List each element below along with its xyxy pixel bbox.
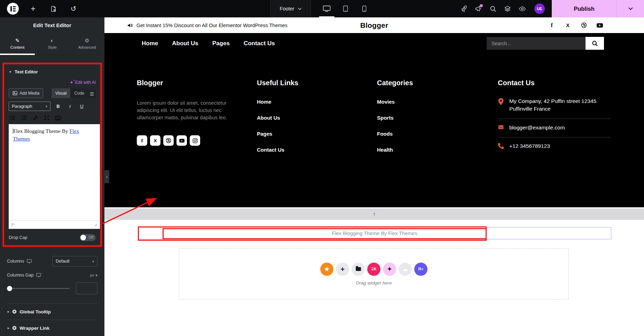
wrapper-link-section[interactable]: ▸ ✪ Wrapper Link xyxy=(7,320,97,336)
device-desktop-icon[interactable] xyxy=(317,0,336,17)
device-mobile-icon[interactable] xyxy=(355,0,374,17)
history-icon[interactable]: ↺ xyxy=(68,3,79,15)
nav-link-contact[interactable]: Contact Us xyxy=(244,40,275,47)
fullscreen-icon[interactable] xyxy=(43,114,50,121)
cloud-templates-button[interactable]: ☁ xyxy=(399,263,412,276)
contact-email[interactable]: blogger@example.com xyxy=(509,124,565,131)
structure-layers-icon[interactable] xyxy=(502,3,513,15)
resize-grip-icon[interactable]: ◢ xyxy=(94,223,97,226)
speaker-icon xyxy=(127,23,133,28)
announcement-message: Get Instant 15% Discount on All Our Elem… xyxy=(127,17,288,33)
tab-advanced[interactable]: ⚙ Advanced xyxy=(70,33,104,55)
editor-toolbar-toggle-icon[interactable] xyxy=(88,90,96,98)
nav-links: Home About Us Pages Contact Us xyxy=(142,33,275,54)
publish-options-chevron-icon[interactable] xyxy=(616,0,644,17)
footer-link-home[interactable]: Home xyxy=(257,99,298,105)
collapsed-caret-icon: ▸ xyxy=(8,310,9,313)
global-tooltip-label: Global Tooltip xyxy=(19,309,51,314)
footer-widgets: Blogger Lorem ipsum dolor sit amet, cons… xyxy=(104,54,644,207)
royal-elementor-button[interactable]: R≡ xyxy=(414,263,427,276)
footer-brand-title: Blogger xyxy=(137,79,238,87)
tab-visual[interactable]: Visual xyxy=(52,88,70,98)
responsive-monitor-icon[interactable] xyxy=(27,259,32,263)
tab-content-label: Content xyxy=(10,45,24,49)
site-logo[interactable]: Blogger xyxy=(360,17,388,33)
panel-collapse-handle[interactable]: ‹ xyxy=(104,170,109,183)
bullet-list-icon[interactable] xyxy=(9,114,16,121)
add-media-button[interactable]: Add Media xyxy=(9,88,43,98)
category-foods[interactable]: Foods xyxy=(377,131,413,137)
preview-eye-icon[interactable] xyxy=(516,3,528,15)
document-switcher[interactable]: Footer xyxy=(270,0,311,17)
tab-style[interactable]: ◐ Style xyxy=(35,33,70,55)
x-twitter-icon[interactable]: X xyxy=(565,22,571,29)
tab-content[interactable]: ✎ Content xyxy=(0,33,35,55)
select-caret-icon: ▾ xyxy=(46,104,47,108)
device-tablet-icon[interactable] xyxy=(336,0,355,17)
footer-brand-column: Blogger Lorem ipsum dolor sit amet, cons… xyxy=(137,79,238,146)
elementskit-button[interactable]: ΞK xyxy=(367,263,380,276)
widget-drop-zone[interactable]: ★ + ΞK ✦ ☁ R≡ Drag widget here xyxy=(179,248,569,299)
numbered-list-icon[interactable] xyxy=(20,114,27,121)
featured-widgets-button[interactable]: ★ xyxy=(320,263,333,276)
finder-search-icon[interactable] xyxy=(487,3,499,15)
footer-link-pages[interactable]: Pages xyxy=(257,131,298,137)
link-icon[interactable] xyxy=(32,114,39,121)
gap-value-input[interactable] xyxy=(76,282,97,294)
edit-with-ai-button[interactable]: ✦ Edit with AI xyxy=(9,80,96,85)
drop-cap-toggle[interactable]: Off xyxy=(80,234,96,241)
italic-button[interactable]: I xyxy=(66,102,74,111)
site-navbar: Home About Us Pages Contact Us xyxy=(104,33,644,54)
search-input[interactable] xyxy=(487,37,586,50)
global-tooltip-section[interactable]: ▸ ✪ Global Tooltip xyxy=(7,304,97,320)
page-settings-icon[interactable] xyxy=(47,3,59,15)
dribbble-icon[interactable] xyxy=(581,22,587,29)
whats-new-megaphone-icon[interactable] xyxy=(472,3,484,15)
underline-button[interactable]: U xyxy=(78,102,86,111)
bold-button[interactable]: B xyxy=(54,102,62,111)
add-element-button[interactable]: + xyxy=(27,3,39,15)
elementor-logo-icon[interactable] xyxy=(7,3,19,15)
location-pin-icon xyxy=(498,98,504,105)
footer-link-contact[interactable]: Contact Us xyxy=(257,147,298,153)
category-health[interactable]: Health xyxy=(377,147,413,153)
publish-button[interactable]: Publish xyxy=(552,0,616,17)
text-editor-canvas[interactable]: Flex Blogging Theme By Flex Themes xyxy=(9,124,100,220)
device-switcher xyxy=(317,0,374,17)
useful-links-list: Home About Us Pages Contact Us xyxy=(257,99,298,163)
x-twitter-icon[interactable]: X xyxy=(150,135,160,146)
text-editor-section-header[interactable]: ▼ Text Editor xyxy=(9,69,96,74)
category-sports[interactable]: Sports xyxy=(377,115,413,121)
scroll-top-arrow-icon[interactable]: ↑ xyxy=(373,211,376,217)
nav-link-home[interactable]: Home xyxy=(142,40,158,47)
youtube-icon[interactable] xyxy=(597,22,603,29)
category-movies[interactable]: Movies xyxy=(377,99,413,105)
tab-code[interactable]: Code xyxy=(70,88,88,98)
responsive-monitor-icon[interactable] xyxy=(36,273,41,277)
keyboard-shortcuts-icon[interactable] xyxy=(55,114,62,121)
nav-link-pages[interactable]: Pages xyxy=(212,40,230,47)
ai-widget-button[interactable]: ✦ xyxy=(383,263,396,276)
facebook-icon[interactable]: f xyxy=(137,135,147,146)
columns-select[interactable]: Default ▾ xyxy=(52,256,97,266)
gap-slider-knob[interactable] xyxy=(7,286,12,291)
gap-slider-track[interactable] xyxy=(7,288,70,289)
upgrade-rocket-icon[interactable] xyxy=(458,3,470,15)
user-avatar[interactable]: UE xyxy=(534,3,545,14)
gap-unit-select[interactable]: px ▾ xyxy=(90,273,97,278)
nav-link-about[interactable]: About Us xyxy=(172,40,198,47)
useful-links-title: Useful Links xyxy=(257,79,298,87)
add-widget-button[interactable]: + xyxy=(336,263,349,276)
contact-phone[interactable]: +12 3456789123 xyxy=(509,142,550,150)
youtube-icon[interactable] xyxy=(176,135,187,146)
instagram-icon[interactable] xyxy=(190,135,200,146)
section-collapse-caret-icon: ▼ xyxy=(9,70,12,74)
paragraph-format-select[interactable]: Paragraph ▾ xyxy=(9,102,50,111)
columns-value: Default xyxy=(56,259,70,264)
facebook-icon[interactable]: f xyxy=(549,22,555,29)
templates-folder-button[interactable] xyxy=(352,263,365,276)
unit-caret-icon: ▾ xyxy=(95,273,97,278)
footer-link-about[interactable]: About Us xyxy=(257,115,298,121)
search-button[interactable] xyxy=(586,37,604,50)
dribbble-icon[interactable] xyxy=(163,135,174,146)
